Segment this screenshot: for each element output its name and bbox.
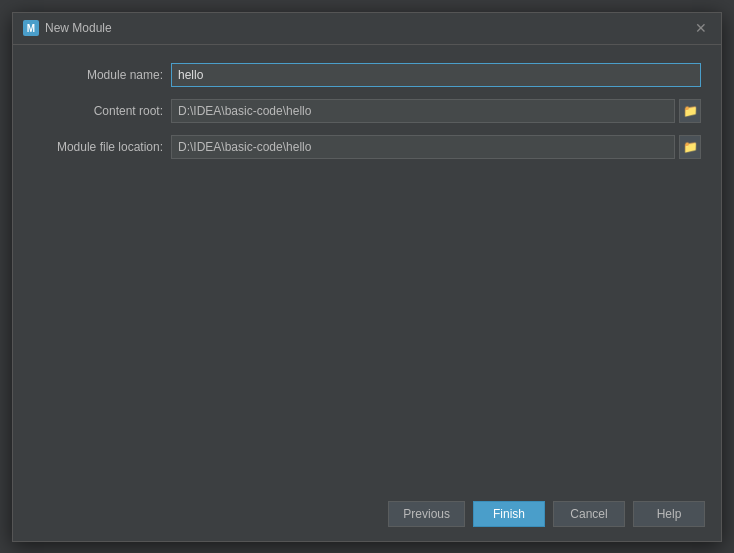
content-root-label: Content root: xyxy=(33,104,163,118)
module-file-input[interactable] xyxy=(171,135,675,159)
finish-button[interactable]: Finish xyxy=(473,501,545,527)
previous-button[interactable]: Previous xyxy=(388,501,465,527)
content-root-input[interactable] xyxy=(171,99,675,123)
folder-icon: 📁 xyxy=(683,104,698,118)
folder-icon-2: 📁 xyxy=(683,140,698,154)
module-name-input[interactable] xyxy=(171,63,701,87)
dialog-spacer xyxy=(33,171,701,481)
module-file-row: Module file location: 📁 xyxy=(33,135,701,159)
dialog-titlebar: M New Module ✕ xyxy=(13,13,721,45)
cancel-button[interactable]: Cancel xyxy=(553,501,625,527)
help-button[interactable]: Help xyxy=(633,501,705,527)
dialog-title: New Module xyxy=(45,21,112,35)
dialog-overlay: M New Module ✕ Module name: Content root… xyxy=(0,0,734,553)
module-file-label: Module file location: xyxy=(33,140,163,154)
new-module-dialog: M New Module ✕ Module name: Content root… xyxy=(12,12,722,542)
module-file-input-wrapper: 📁 xyxy=(171,135,701,159)
module-name-input-wrapper xyxy=(171,63,701,87)
module-name-label: Module name: xyxy=(33,68,163,82)
dialog-footer: Previous Finish Cancel Help xyxy=(13,491,721,541)
module-icon: M xyxy=(23,20,39,36)
dialog-content: Module name: Content root: 📁 Module file… xyxy=(13,45,721,491)
content-root-row: Content root: 📁 xyxy=(33,99,701,123)
close-button[interactable]: ✕ xyxy=(691,18,711,38)
content-root-input-wrapper: 📁 xyxy=(171,99,701,123)
dialog-title-left: M New Module xyxy=(23,20,112,36)
module-name-row: Module name: xyxy=(33,63,701,87)
content-root-browse-button[interactable]: 📁 xyxy=(679,99,701,123)
module-file-browse-button[interactable]: 📁 xyxy=(679,135,701,159)
